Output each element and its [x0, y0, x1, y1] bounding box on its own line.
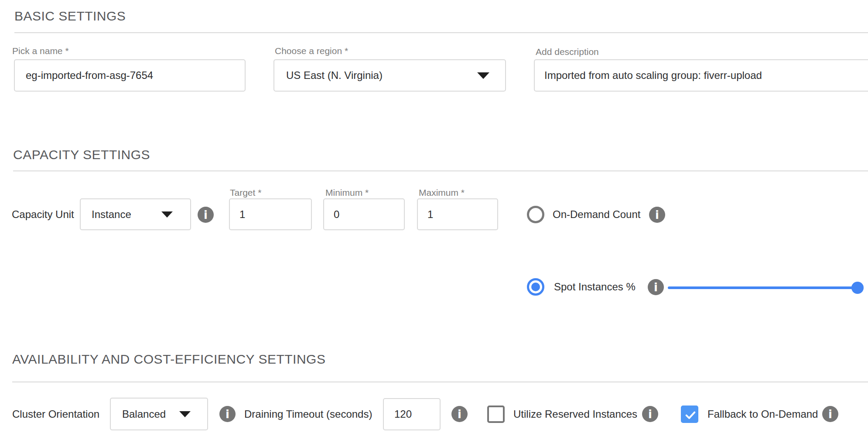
fallback-on-demand-label: Fallback to On-Demand	[707, 406, 818, 423]
utilize-reserved-label: Utilize Reserved Instances	[513, 406, 637, 423]
capacity-settings-title: CAPACITY SETTINGS	[13, 147, 150, 162]
description-label: Add description	[536, 47, 599, 57]
on-demand-count-info-icon[interactable]: i	[649, 207, 665, 223]
radio-dot	[531, 283, 540, 291]
spot-instances-radio[interactable]	[527, 278, 544, 296]
capacity-unit-select[interactable]: Instance	[80, 198, 191, 230]
draining-timeout-input[interactable]	[383, 398, 441, 430]
spot-percentage-slider-thumb[interactable]	[851, 282, 864, 294]
capacity-unit-label: Capacity Unit	[12, 206, 74, 223]
basic-settings-divider	[14, 32, 868, 33]
spot-percentage-slider-track[interactable]	[668, 286, 858, 289]
fallback-on-demand-info-icon[interactable]: i	[822, 406, 838, 422]
spot-instances-info-icon[interactable]: i	[648, 279, 664, 295]
maximum-input[interactable]	[417, 198, 498, 230]
target-label: Target *	[230, 187, 261, 198]
region-select-value: US East (N. Virginia)	[286, 69, 383, 82]
spot-instances-label: Spot Instances %	[554, 278, 636, 296]
check-icon	[683, 408, 697, 422]
name-label: Pick a name *	[12, 46, 69, 56]
capacity-unit-select-value: Instance	[92, 208, 131, 221]
region-select[interactable]: US East (N. Virginia)	[273, 59, 506, 92]
availability-settings-title: AVAILABILITY AND COST-EFFICIENCY SETTING…	[12, 352, 325, 366]
dropdown-caret-icon	[161, 211, 173, 218]
target-input[interactable]	[229, 198, 312, 230]
minimum-input[interactable]	[323, 198, 405, 230]
name-input[interactable]	[14, 59, 246, 92]
dropdown-caret-icon	[179, 411, 191, 417]
utilize-reserved-checkbox[interactable]	[487, 406, 505, 423]
maximum-label: Maximum *	[419, 187, 465, 198]
utilize-reserved-info-icon[interactable]: i	[642, 406, 658, 422]
minimum-label: Minimum *	[325, 187, 369, 198]
cluster-orientation-info-icon[interactable]: i	[219, 406, 236, 422]
on-demand-count-radio[interactable]	[527, 206, 544, 223]
dropdown-caret-icon	[477, 72, 489, 79]
capacity-unit-info-icon[interactable]: i	[198, 207, 214, 223]
capacity-settings-divider	[13, 170, 868, 171]
cluster-orientation-select-value: Balanced	[122, 408, 166, 420]
fallback-on-demand-checkbox[interactable]	[681, 406, 698, 423]
on-demand-count-label: On-Demand Count	[553, 206, 640, 223]
basic-settings-title: BASIC SETTINGS	[14, 9, 126, 23]
description-input[interactable]	[534, 59, 868, 92]
draining-timeout-label: Draining Timeout (seconds)	[244, 406, 372, 423]
cluster-orientation-select[interactable]: Balanced	[110, 398, 208, 430]
draining-timeout-info-icon[interactable]: i	[451, 406, 468, 422]
cluster-orientation-label: Cluster Orientation	[12, 406, 99, 423]
availability-settings-divider	[12, 382, 868, 382]
region-label: Choose a region *	[275, 46, 348, 56]
